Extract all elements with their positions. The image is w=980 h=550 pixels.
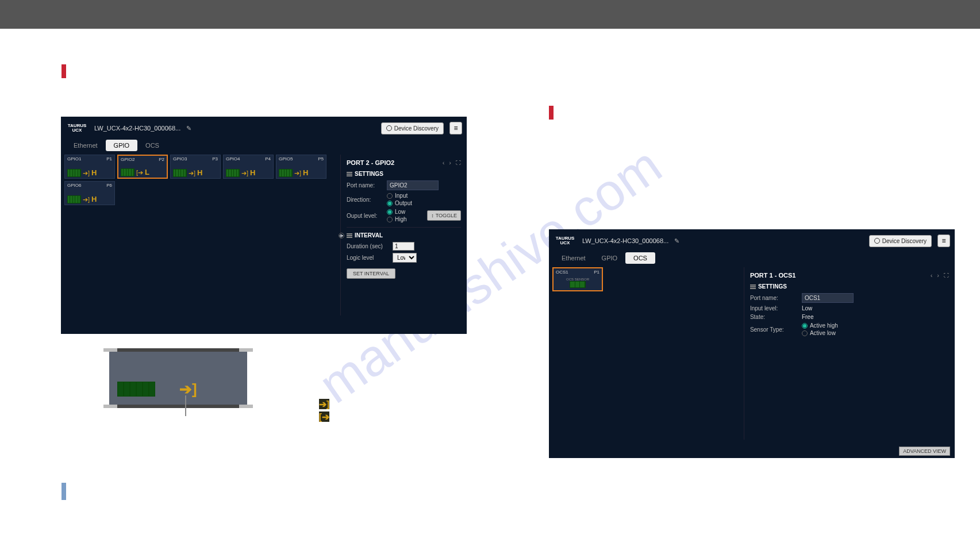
settings-heading: SETTINGS (347, 171, 461, 177)
tab-gpio[interactable]: GPIO (106, 140, 138, 151)
portname-input[interactable] (802, 293, 854, 303)
port-card-gpio2[interactable]: GPIO2P2[➔L (117, 155, 168, 179)
inputlevel-value: Low (802, 305, 812, 311)
connector-icon (226, 169, 240, 177)
tab-ethernet[interactable]: Ethernet (554, 252, 594, 264)
tab-gpio[interactable]: GPIO (594, 252, 626, 264)
tab-row: Ethernet GPIO OCS (61, 140, 467, 155)
taurus-logo: TAURUS UCX (554, 232, 577, 249)
expand-icon[interactable]: ⛶ (944, 272, 949, 278)
direction-icon: ➔] (189, 170, 195, 176)
advanced-view-button[interactable]: ADVANCED VIEW (899, 447, 950, 456)
settings-heading: SETTINGS (750, 283, 949, 290)
legend-output-icon: [➔ (319, 411, 329, 422)
portname-label: Port name: (347, 182, 387, 189)
cursor-icon (185, 395, 186, 416)
state-value: Free (802, 314, 814, 320)
red-marker-1 (62, 64, 66, 78)
direction-icon: ➔] (83, 196, 90, 203)
edit-icon[interactable]: ✎ (674, 237, 679, 245)
tab-ocs[interactable]: OCS (137, 140, 167, 151)
direction-legend: ➔] [➔ (319, 397, 329, 424)
device-discovery-button[interactable]: Device Discovery (381, 122, 444, 134)
radio-active-high[interactable] (802, 323, 808, 329)
next-port-icon[interactable]: › (937, 272, 939, 279)
direction-icon: ➔] (83, 170, 90, 176)
prev-port-icon[interactable]: ‹ (443, 159, 445, 166)
card-name: GPIO3 (173, 156, 187, 161)
level-letter: L (145, 168, 149, 176)
compass-icon (386, 125, 392, 131)
card-name: GPIO5 (279, 156, 293, 161)
red-marker-2 (549, 106, 554, 120)
device-name: LW_UCX-4x2-HC30_000068... (94, 125, 180, 132)
duration-label: Duration (sec) (347, 243, 393, 249)
device-name: LW_UCX-4x2-HC30_000068... (582, 237, 668, 244)
port-card-ocs1[interactable]: OCS1 P1 OCS SENSOR (552, 267, 603, 291)
edit-icon[interactable]: ✎ (186, 125, 191, 132)
card-pnum: P2 (159, 157, 164, 162)
prev-port-icon[interactable]: ‹ (931, 272, 933, 279)
interval-heading: ⟳ INTERVAL (347, 232, 461, 239)
details-panel-ocs: PORT 1 - OCS1 ‹ › ⛶ SETTINGS Port name: … (744, 267, 955, 440)
level-letter: H (250, 168, 255, 177)
port-card-gpio6[interactable]: GPIO6P6➔]H (64, 181, 115, 205)
duration-input[interactable] (393, 242, 414, 251)
level-letter: H (303, 168, 308, 177)
panel-title: PORT 1 - OCS1 (750, 272, 795, 279)
menu-button[interactable]: ≡ (449, 122, 462, 134)
sensor-label: Sensor Type: (750, 326, 802, 333)
connector-icon (67, 169, 81, 177)
panel-title: PORT 2 - GPIO2 (347, 159, 394, 166)
radio-high[interactable] (387, 217, 393, 222)
logic-select[interactable]: Low (393, 253, 417, 263)
clock-icon: ⟳ (339, 233, 344, 239)
tab-ethernet[interactable]: Ethernet (66, 140, 106, 151)
direction-label: Direction: (347, 197, 387, 203)
zoom-port-card: ➔] (109, 348, 247, 408)
card-pnum: P1 (106, 156, 112, 161)
card-name: GPIO2 (121, 157, 134, 162)
connector-icon (117, 382, 155, 397)
ocs-window: TAURUS UCX LW_UCX-4x2-HC30_000068... ✎ D… (549, 229, 955, 458)
radio-output[interactable] (387, 201, 393, 206)
port-cards-area-ocs: OCS1 P1 OCS SENSOR (549, 267, 744, 440)
outputlevel-label: Ouput level: (347, 213, 387, 219)
portname-input[interactable] (387, 180, 439, 190)
state-label: State: (750, 314, 802, 320)
port-card-gpio3[interactable]: GPIO3P3➔]H (170, 155, 221, 179)
card-name: GPIO4 (226, 156, 240, 161)
level-letter: H (197, 168, 202, 177)
port-card-gpio4[interactable]: GPIO4P4➔]H (223, 155, 274, 179)
legend-input-icon: ➔] (319, 399, 329, 409)
direction-icon: ➔] (241, 170, 248, 176)
radio-low[interactable] (387, 209, 393, 215)
taurus-logo: TAURUS UCX (66, 120, 89, 137)
logic-label: Logic level (347, 255, 393, 261)
direction-icon: ➔] (294, 170, 301, 176)
card-pnum: P3 (212, 156, 218, 161)
blue-marker (62, 483, 66, 500)
card-name: GPIO6 (67, 183, 81, 188)
port-card-gpio5[interactable]: GPIO5P5➔]H (276, 155, 326, 179)
tab-ocs[interactable]: OCS (625, 252, 655, 264)
expand-icon[interactable]: ⛶ (456, 160, 461, 166)
level-letter: H (91, 195, 97, 203)
menu-button[interactable]: ≡ (937, 234, 950, 247)
card-pnum: P6 (106, 183, 112, 188)
radio-active-low[interactable] (802, 330, 808, 336)
connector-icon (121, 168, 134, 176)
level-letter: H (91, 168, 97, 177)
port-cards-area: GPIO1P1➔]HGPIO2P2[➔LGPIO3P3➔]HGPIO4P4➔]H… (61, 155, 340, 316)
compass-icon (874, 238, 880, 244)
portname-label: Port name: (750, 295, 802, 301)
set-interval-button[interactable]: SET INTERVAL (347, 268, 395, 279)
device-discovery-button[interactable]: Device Discovery (869, 235, 932, 247)
gpio-window: TAURUS UCX LW_UCX-4x2-HC30_000068... ✎ D… (61, 117, 467, 334)
connector-icon (67, 195, 81, 203)
radio-input[interactable] (387, 193, 393, 199)
next-port-icon[interactable]: › (449, 159, 451, 166)
toggle-button[interactable]: ↕ TOGGLE (427, 210, 461, 221)
port-card-gpio1[interactable]: GPIO1P1➔]H (64, 155, 115, 179)
connector-icon (570, 281, 586, 288)
